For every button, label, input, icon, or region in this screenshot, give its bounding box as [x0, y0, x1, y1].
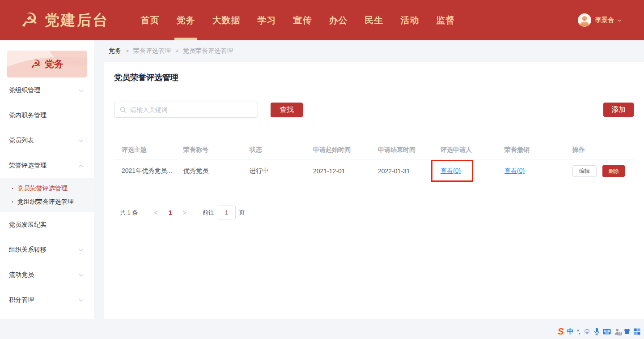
sidebar-item-org-relation-transfer[interactable]: 组织关系转移 [0, 237, 94, 262]
chevron-down-icon [79, 88, 84, 92]
sidebar-item-label: 流动党员 [9, 271, 34, 279]
goto-page-input[interactable] [218, 206, 236, 219]
sidebar-item-mobile-members[interactable]: 流动党员 [0, 262, 94, 288]
page-number-current[interactable]: 1 [164, 209, 177, 216]
sidebar-item-label: 党员发展纪实 [9, 221, 47, 229]
search-box [114, 102, 258, 118]
breadcrumb-current-page: 党员荣誉评选管理 [183, 47, 233, 55]
delete-button[interactable]: 删除 [602, 165, 625, 177]
chevron-down-icon [79, 297, 84, 302]
toolbar: 查找 添加 [114, 102, 634, 118]
bullet-icon: · [12, 198, 14, 206]
user-name: 李景合 [595, 16, 614, 24]
search-input[interactable] [130, 106, 252, 113]
app-title: 党建后台 [44, 10, 109, 30]
breadcrumb-honor-selection-mgmt[interactable]: 荣誉评选管理 [133, 47, 171, 55]
user-avatar-icon [578, 13, 591, 27]
col-header-end-time: 申请结束时间 [378, 146, 441, 154]
chevron-down-icon [79, 138, 84, 142]
nav-big-data[interactable]: 大数据 [203, 0, 249, 40]
nav-home[interactable]: 首页 [132, 0, 168, 40]
main-nav: 首页 党务 大数据 学习 宣传 办公 民生 活动 监督 [132, 0, 463, 40]
nav-activity[interactable]: 活动 [392, 0, 428, 40]
honor-selection-table: 评选主题 荣誉称号 状态 申请起始时间 申请结束时间 评选申请人 荣誉撤销 操作… [114, 141, 634, 183]
chevron-down-icon [79, 247, 84, 252]
search-icon [120, 107, 127, 113]
goto-page: 前往 页 [203, 206, 245, 219]
app-logo[interactable]: ☭ 党建后台 [0, 10, 109, 30]
sidebar-item-label: 组织关系转移 [9, 246, 47, 254]
next-page-button[interactable]: > [176, 209, 192, 216]
main-panel: 党员荣誉评选管理 查找 添加 评选主题 荣誉称号 状态 申请起始时间 申请结束时… [104, 62, 644, 319]
sidebar-item-label: 党内职务管理 [9, 112, 47, 120]
pagination-total: 共 1 条 [120, 209, 138, 217]
ime-language-icon[interactable]: 中 [567, 327, 574, 336]
cell-topic: 2021年优秀党员... [122, 167, 183, 175]
col-header-actions: 操作 [572, 146, 634, 154]
nav-livelihood[interactable]: 民生 [356, 0, 392, 40]
keyboard-icon[interactable] [603, 329, 611, 335]
nav-party-affairs[interactable]: 党务 [168, 0, 203, 40]
goto-suffix: 页 [239, 209, 245, 217]
col-header-honor-title: 荣誉称号 [183, 146, 250, 154]
sidebar-banner-title: 党务 [45, 58, 64, 70]
user-menu[interactable]: 李景合 [578, 13, 644, 27]
row-actions: 编辑 删除 [572, 165, 634, 177]
edit-button[interactable]: 编辑 [572, 165, 597, 177]
sidebar-item-party-org-mgmt[interactable]: 党组织管理 [0, 78, 94, 103]
breadcrumb-party-affairs[interactable]: 党务 [109, 47, 121, 55]
hammer-sickle-icon: ☭ [30, 57, 41, 71]
chevron-down-icon [79, 272, 84, 277]
table-header-row: 评选主题 荣誉称号 状态 申请起始时间 申请结束时间 评选申请人 荣誉撤销 操作 [114, 141, 634, 159]
col-header-start-time: 申请起始时间 [313, 146, 378, 154]
page-title: 党员荣誉评选管理 [114, 62, 634, 92]
honor-selection-submenu: · 党员荣誉评选管理 · 党组织荣誉评选管理 [0, 178, 94, 212]
toolbox-grid-icon[interactable] [634, 328, 640, 335]
emoji-icon[interactable]: ☺ [583, 327, 591, 336]
prev-page-button[interactable]: < [148, 209, 164, 216]
avatar [578, 13, 591, 27]
col-header-applicants: 评选申请人 [441, 146, 504, 154]
nav-supervision[interactable]: 监督 [428, 0, 463, 40]
sidebar-item-party-position-mgmt[interactable]: 党内职务管理 [0, 103, 94, 128]
ime-punctuation-icon[interactable]: °, [577, 328, 580, 335]
sidebar-item-points-mgmt[interactable]: 积分管理 [0, 288, 94, 313]
applicants-view-link[interactable]: 查看(0) [441, 167, 461, 174]
sidebar-subitem-label: 党员荣誉评选管理 [17, 185, 68, 193]
nav-study[interactable]: 学习 [249, 0, 284, 40]
nav-office[interactable]: 办公 [320, 0, 356, 40]
col-header-status: 状态 [250, 146, 313, 154]
nav-publicity[interactable]: 宣传 [284, 0, 320, 40]
ime-taskbar: S 中 °, ☺ 18 [558, 326, 640, 337]
add-button[interactable]: 添加 [603, 103, 634, 117]
chevron-down-icon [618, 17, 621, 21]
sidebar-subitem-member-honor-selection[interactable]: · 党员荣誉评选管理 [0, 182, 94, 195]
pagination: 共 1 条 < 1 > 前往 页 [114, 206, 634, 219]
table-row: 2021年优秀党员... 优秀党员 进行中 2021-12-01 2022-01… [114, 159, 634, 183]
sidebar-item-label: 党员列表 [9, 137, 34, 145]
microphone-icon[interactable] [594, 328, 600, 335]
goto-label: 前往 [203, 209, 214, 217]
sidebar-subitem-org-honor-selection[interactable]: · 党组织荣誉评选管理 [0, 195, 94, 209]
breadcrumb-separator: > [126, 48, 129, 54]
cell-status: 进行中 [250, 167, 313, 175]
app-header: ☭ 党建后台 首页 党务 大数据 学习 宣传 办公 民生 活动 监督 李景合 [0, 0, 644, 40]
chevron-up-icon [79, 164, 84, 169]
sidebar: ☭ 党务 党组织管理 党内职务管理 党员列表 荣誉评选管理 · 党员荣誉评选管理… [0, 40, 94, 319]
sidebar-item-member-development[interactable]: 党员发展纪实 [0, 212, 94, 237]
skin-icon[interactable] [623, 328, 631, 335]
hammer-sickle-icon: ☭ [21, 10, 38, 30]
col-header-topic: 评选主题 [122, 146, 183, 154]
sidebar-item-member-list[interactable]: 党员列表 [0, 128, 94, 153]
sogou-logo-icon[interactable]: S [558, 326, 564, 337]
cell-end-time: 2022-01-31 [378, 167, 441, 175]
user-mode-icon[interactable]: 18 [614, 328, 620, 335]
search-button[interactable]: 查找 [271, 103, 303, 117]
divider [114, 92, 634, 92]
sidebar-menu: 党组织管理 党内职务管理 党员列表 荣誉评选管理 · 党员荣誉评选管理 · 党组… [0, 78, 94, 313]
sidebar-item-honor-selection-mgmt[interactable]: 荣誉评选管理 [0, 153, 94, 178]
sidebar-item-label: 党组织管理 [9, 86, 40, 94]
sidebar-item-label: 荣誉评选管理 [9, 162, 47, 170]
sidebar-subitem-label: 党组织荣誉评选管理 [17, 198, 74, 206]
revoke-view-link[interactable]: 查看(0) [504, 167, 525, 174]
